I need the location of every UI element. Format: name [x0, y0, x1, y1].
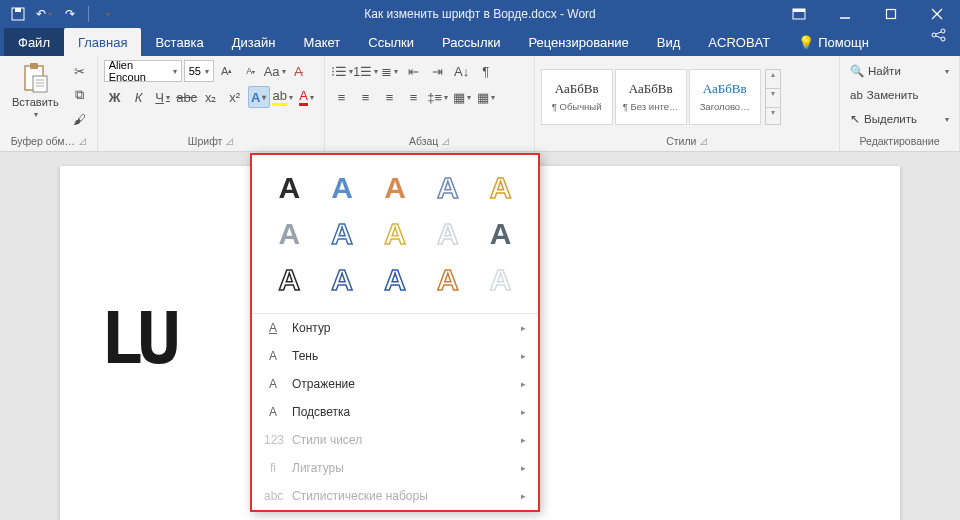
- fx-outline[interactable]: AКонтур▸: [252, 314, 538, 342]
- svg-rect-15: [33, 76, 47, 92]
- fx-ligatures: fiЛигатуры▸: [252, 454, 538, 482]
- text-effect-preset[interactable]: A: [325, 263, 360, 297]
- bullets-button[interactable]: ⁝☰▾: [331, 60, 353, 82]
- align-left-button[interactable]: ≡: [331, 86, 353, 108]
- styles-group-label: Стили: [666, 135, 696, 147]
- text-effect-preset[interactable]: A: [378, 263, 413, 297]
- svg-line-11: [936, 32, 941, 34]
- paragraph-group-label: Абзац: [409, 135, 438, 147]
- font-family-select[interactable]: Alien Encoun▾: [104, 60, 182, 82]
- qat-undo-icon[interactable]: ↶▾: [32, 2, 56, 26]
- minimize-button[interactable]: [822, 0, 868, 28]
- change-case-button[interactable]: Aa▾: [264, 60, 286, 82]
- maximize-button[interactable]: [868, 0, 914, 28]
- italic-button[interactable]: К: [128, 86, 150, 108]
- fx-glow[interactable]: AПодсветка▸: [252, 398, 538, 426]
- font-size-select[interactable]: 55▾: [184, 60, 214, 82]
- justify-button[interactable]: ≡: [403, 86, 425, 108]
- share-button[interactable]: [930, 28, 948, 42]
- strike-button[interactable]: abc: [176, 86, 198, 108]
- shading-button[interactable]: ▦▾: [451, 86, 473, 108]
- clear-formatting-button[interactable]: A̶: [288, 60, 310, 82]
- cursor-icon: ↖: [850, 112, 860, 126]
- text-effect-preset[interactable]: A: [483, 263, 518, 297]
- text-effect-preset[interactable]: A: [483, 217, 518, 251]
- copy-button[interactable]: ⧉: [69, 84, 91, 106]
- fx-reflection[interactable]: AОтражение▸: [252, 370, 538, 398]
- text-effect-preset[interactable]: A: [272, 217, 307, 251]
- text-effect-preset[interactable]: A: [378, 217, 413, 251]
- grow-font-button[interactable]: A▴: [216, 60, 238, 82]
- text-effect-preset[interactable]: A: [325, 217, 360, 251]
- style-heading1[interactable]: АаБбВвЗаголово…: [689, 69, 761, 125]
- ribbon-options-icon[interactable]: [776, 0, 822, 28]
- styleset-icon: abc: [264, 489, 282, 503]
- numbering-button[interactable]: 1☰▾: [355, 60, 377, 82]
- underline-button[interactable]: Ч▾: [152, 86, 174, 108]
- dialog-launcher-icon[interactable]: ◿: [226, 136, 233, 146]
- font-group-label: Шрифт: [188, 135, 223, 147]
- text-effects-button[interactable]: A▾: [248, 86, 270, 108]
- tab-home[interactable]: Главная: [64, 28, 141, 56]
- bold-button[interactable]: Ж: [104, 86, 126, 108]
- superscript-button[interactable]: x²: [224, 86, 246, 108]
- tab-view[interactable]: Вид: [643, 28, 695, 56]
- tell-me[interactable]: 💡Помощн: [784, 28, 883, 56]
- text-effect-preset[interactable]: A: [430, 171, 465, 205]
- text-effect-preset[interactable]: A: [272, 263, 307, 297]
- font-color-button[interactable]: A▾: [296, 86, 318, 108]
- text-effect-preset[interactable]: A: [430, 263, 465, 297]
- chevron-right-icon: ▸: [521, 463, 526, 473]
- multilevel-button[interactable]: ≣▾: [379, 60, 401, 82]
- find-button[interactable]: 🔍Найти▾: [846, 60, 953, 82]
- format-painter-button[interactable]: 🖌: [69, 108, 91, 130]
- replace-button[interactable]: abЗаменить: [846, 84, 953, 106]
- style-nospacing[interactable]: АаБбВв¶ Без инте…: [615, 69, 687, 125]
- tab-design[interactable]: Дизайн: [218, 28, 290, 56]
- clipboard-icon: [19, 62, 51, 94]
- paste-button[interactable]: Вставить ▾: [6, 60, 65, 121]
- tab-review[interactable]: Рецензирование: [514, 28, 642, 56]
- subscript-button[interactable]: x₂: [200, 86, 222, 108]
- highlight-color-button[interactable]: ab▾: [272, 86, 294, 108]
- window-title: Как изменить шрифт в Ворде.docx - Word: [364, 7, 596, 21]
- sort-button[interactable]: A↓: [451, 60, 473, 82]
- dialog-launcher-icon[interactable]: ◿: [79, 136, 86, 146]
- line-spacing-button[interactable]: ‡≡▾: [427, 86, 449, 108]
- tab-layout[interactable]: Макет: [289, 28, 354, 56]
- shrink-font-button[interactable]: A▾: [240, 60, 262, 82]
- increase-indent-button[interactable]: ⇥: [427, 60, 449, 82]
- dialog-launcher-icon[interactable]: ◿: [700, 136, 707, 146]
- fx-shadow[interactable]: AТень▸: [252, 342, 538, 370]
- close-button[interactable]: [914, 0, 960, 28]
- fx-stylistic-sets: abcСтилистические наборы▸: [252, 482, 538, 510]
- align-center-button[interactable]: ≡: [355, 86, 377, 108]
- dialog-launcher-icon[interactable]: ◿: [442, 136, 449, 146]
- text-effect-preset[interactable]: A: [378, 171, 413, 205]
- qat-save-icon[interactable]: [6, 2, 30, 26]
- tab-acrobat[interactable]: ACROBAT: [694, 28, 784, 56]
- tab-file[interactable]: Файл: [4, 28, 64, 56]
- align-right-button[interactable]: ≡: [379, 86, 401, 108]
- cut-button[interactable]: ✂: [69, 60, 91, 82]
- select-button[interactable]: ↖Выделить▾: [846, 108, 953, 130]
- svg-point-8: [932, 33, 936, 37]
- text-effect-preset[interactable]: A: [430, 217, 465, 251]
- text-effect-preset[interactable]: A: [272, 171, 307, 205]
- qat-redo-icon[interactable]: ↷: [58, 2, 82, 26]
- tab-mailings[interactable]: Рассылки: [428, 28, 514, 56]
- styles-scroll[interactable]: ▴ ▾ ▾: [765, 69, 781, 125]
- decrease-indent-button[interactable]: ⇤: [403, 60, 425, 82]
- text-effect-preset[interactable]: A: [325, 171, 360, 205]
- tab-references[interactable]: Ссылки: [354, 28, 428, 56]
- tab-insert[interactable]: Вставка: [141, 28, 217, 56]
- show-marks-button[interactable]: ¶: [475, 60, 497, 82]
- qat-separator: [88, 6, 89, 22]
- text-effects-dropdown: AAAAAAAAAAAAAAA AКонтур▸ AТень▸ AОтражен…: [250, 153, 540, 512]
- borders-button[interactable]: ▦▾: [475, 86, 497, 108]
- bulb-icon: 💡: [798, 35, 814, 50]
- qat-customize-icon[interactable]: ▾: [95, 2, 119, 26]
- text-effect-preset[interactable]: A: [483, 171, 518, 205]
- style-normal[interactable]: АаБбВв¶ Обычный: [541, 69, 613, 125]
- styles-gallery[interactable]: АаБбВв¶ Обычный АаБбВв¶ Без инте… АаБбВв…: [541, 69, 761, 125]
